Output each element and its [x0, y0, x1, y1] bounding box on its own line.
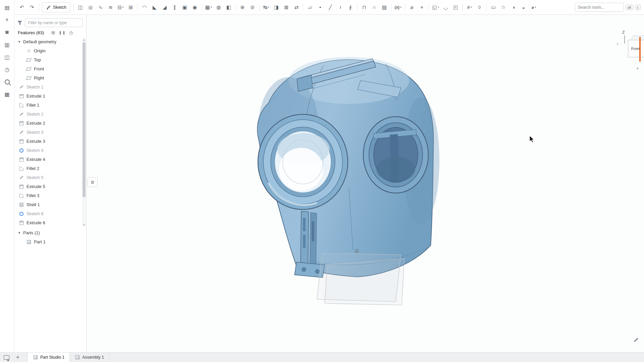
- tab-assembly-1[interactable]: Assembly 1: [70, 353, 109, 362]
- point-icon[interactable]: •: [315, 2, 325, 12]
- feature-filter-input[interactable]: [25, 18, 83, 27]
- feature-row[interactable]: Sketch 5: [14, 173, 82, 182]
- chevron-down-icon[interactable]: ▾: [438, 6, 439, 9]
- viewcube-dropdown-icon[interactable]: ▾: [637, 66, 639, 71]
- frame-icon[interactable]: #▾: [465, 2, 475, 12]
- insert-feature-icon[interactable]: ⊞: [51, 30, 55, 35]
- feature-row[interactable]: Fillet 1: [14, 101, 82, 110]
- tab-part-studio-1[interactable]: Part Studio 1: [28, 353, 70, 362]
- shell-icon[interactable]: ▣: [180, 2, 190, 12]
- feature-row[interactable]: Sketch 1: [14, 82, 82, 92]
- right-lens-ring[interactable]: [363, 117, 428, 193]
- search-icon[interactable]: [3, 77, 12, 86]
- feature-row[interactable]: Extrude 4: [14, 155, 82, 164]
- feature-row[interactable]: Top: [14, 55, 82, 64]
- suspend-rebuild-icon[interactable]: [60, 31, 64, 35]
- linear-pattern-icon[interactable]: ▦▾: [204, 2, 214, 12]
- hole-icon[interactable]: ◉: [190, 2, 200, 12]
- section-view-icon[interactable]: ◒: [519, 2, 529, 12]
- offset-surface-icon[interactable]: ◨: [271, 2, 281, 12]
- chevron-down-icon[interactable]: ▾: [400, 6, 401, 9]
- feature-row[interactable]: Sketch 6: [14, 209, 82, 218]
- feature-tree-scrollbar[interactable]: ▴ ▾: [82, 38, 86, 227]
- feature-row[interactable]: Front: [14, 64, 82, 73]
- notes-icon[interactable]: ▥: [3, 40, 12, 49]
- fillet-icon[interactable]: ◠: [140, 2, 150, 12]
- move-rotate-icon[interactable]: ⌖: [3, 15, 12, 24]
- plane-icon[interactable]: ▱: [305, 2, 315, 12]
- redo-icon[interactable]: ↷: [27, 2, 37, 12]
- rollback-history-icon[interactable]: ◷: [69, 30, 73, 35]
- feature-panel-collapse-button[interactable]: ≣: [88, 177, 98, 187]
- project-curve-icon[interactable]: ⊓: [359, 2, 369, 12]
- sketch-plane[interactable]: [317, 253, 404, 305]
- feature-row[interactable]: Sketch 3: [14, 128, 82, 137]
- feature-row[interactable]: Sketch 4: [14, 146, 82, 155]
- feature-row[interactable]: Shell 1: [14, 200, 82, 209]
- boolean-icon[interactable]: ⊕: [237, 2, 248, 12]
- chevron-down-icon[interactable]: ▾: [471, 6, 472, 9]
- insert-panel-icon[interactable]: ▤: [3, 3, 12, 12]
- intersect-icon[interactable]: ∩: [369, 2, 379, 12]
- feature-row[interactable]: Extrude 5: [14, 182, 82, 191]
- part-row[interactable]: Part 1: [14, 237, 86, 246]
- viewcube-highlighted-edge[interactable]: [639, 37, 641, 62]
- mirror-icon[interactable]: ◧: [224, 2, 234, 12]
- screen-icon[interactable]: [0, 353, 13, 362]
- feature-row[interactable]: ▾Default geometry: [14, 37, 82, 46]
- search-tools-input[interactable]: [575, 3, 624, 12]
- fill-surface-icon[interactable]: ▨: [379, 2, 389, 12]
- thicken-icon[interactable]: ⊟▾: [116, 2, 126, 12]
- model-3d-view[interactable]: Z ‹ Front ▾: [0, 0, 644, 353]
- flange-icon[interactable]: ◡: [441, 2, 451, 12]
- add-tab-button[interactable]: +: [13, 353, 23, 362]
- transform-icon[interactable]: ↹▾: [261, 2, 271, 12]
- measure-icon[interactable]: ⌀: [407, 2, 417, 12]
- tag-icon[interactable]: ◊: [475, 2, 485, 12]
- revolve-icon[interactable]: ◎: [86, 2, 96, 12]
- delete-face-icon[interactable]: ⊠: [281, 2, 291, 12]
- custom-feature-icon[interactable]: ☆: [498, 2, 508, 12]
- mate-connector-icon[interactable]: ⌖: [417, 2, 427, 12]
- chevron-down-icon[interactable]: ▾: [17, 40, 21, 44]
- chevron-down-icon[interactable]: ▾: [122, 6, 124, 9]
- chamfer-icon[interactable]: ◣: [150, 2, 160, 12]
- viewcube-front-face[interactable]: Front: [628, 40, 644, 57]
- feature-row[interactable]: Extrude 2: [14, 119, 82, 128]
- parts-list-icon[interactable]: ◫: [3, 53, 12, 61]
- helix-icon[interactable]: ∮: [345, 2, 356, 12]
- scroll-up-icon[interactable]: ▴: [82, 38, 86, 42]
- chevron-down-icon[interactable]: ▾: [268, 6, 269, 9]
- properties-icon[interactable]: ▦: [3, 90, 12, 99]
- history-icon[interactable]: ◷: [3, 65, 12, 74]
- feature-row[interactable]: Extrude 6: [14, 218, 82, 227]
- named-views-icon[interactable]: ◑: [508, 2, 519, 12]
- chevron-down-icon[interactable]: ▾: [211, 6, 212, 9]
- parts-group-row[interactable]: ▾ Parts (1): [14, 228, 86, 237]
- feature-row[interactable]: Extrude 3: [14, 137, 82, 146]
- feature-row[interactable]: Origin: [14, 46, 82, 55]
- extrude-icon[interactable]: ◫: [75, 2, 86, 12]
- sheet-metal-icon[interactable]: ◱▾: [431, 2, 441, 12]
- rib-icon[interactable]: ∥: [170, 2, 180, 12]
- circular-pattern-icon[interactable]: ◍: [214, 2, 224, 12]
- replace-face-icon[interactable]: ⇄: [291, 2, 302, 12]
- chevron-down-icon[interactable]: ▾: [17, 231, 21, 235]
- scroll-down-icon[interactable]: ▾: [82, 223, 86, 227]
- split-icon[interactable]: ⊘: [248, 2, 258, 12]
- spline-icon[interactable]: ≀: [335, 2, 345, 12]
- model-canvas[interactable]: [0, 0, 644, 353]
- line-icon[interactable]: ╱: [325, 2, 335, 12]
- variable-icon[interactable]: (x)▾: [393, 2, 403, 12]
- feature-row[interactable]: Fillet 2: [14, 164, 82, 173]
- left-lens-ring[interactable]: [258, 114, 348, 209]
- draft-icon[interactable]: ◢: [160, 2, 170, 12]
- appearance-icon[interactable]: ◕▾: [529, 2, 539, 12]
- feature-row[interactable]: Extrude 1: [14, 92, 82, 101]
- slot-icon[interactable]: ▭: [488, 2, 498, 12]
- viewcube-rotate-left-icon[interactable]: ‹: [616, 41, 618, 47]
- comments-icon[interactable]: ◙: [3, 28, 12, 37]
- chevron-down-icon[interactable]: ▾: [535, 6, 536, 9]
- enclose-icon[interactable]: ⊞: [126, 2, 136, 12]
- feature-row[interactable]: Fillet 3: [14, 191, 82, 200]
